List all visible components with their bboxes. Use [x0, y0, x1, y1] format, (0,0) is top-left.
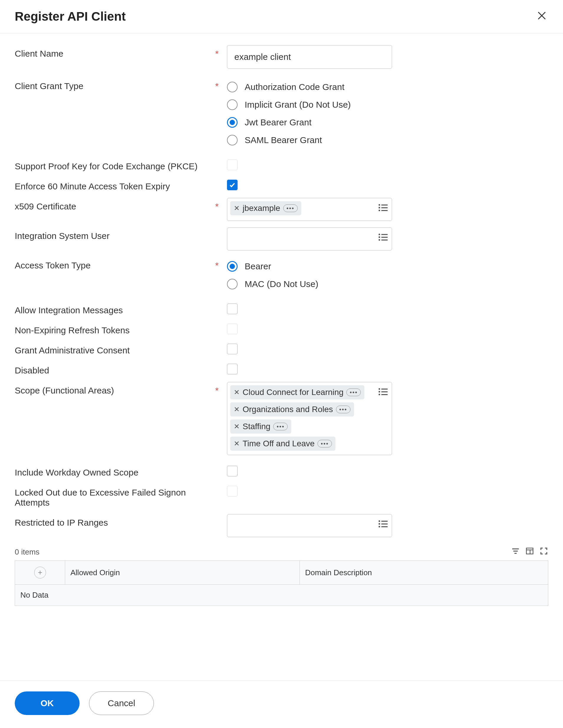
- radio-mac[interactable]: [227, 279, 238, 289]
- scope-functional-areas-input[interactable]: ✕ Cloud Connect for Learning ••• ✕ Organ…: [227, 382, 392, 455]
- chip-label: Cloud Connect for Learning: [243, 388, 343, 397]
- svg-rect-13: [381, 240, 388, 240]
- column-header-domain-description[interactable]: Domain Description: [299, 561, 548, 585]
- x509-certificate-input[interactable]: ✕ jbexample •••: [227, 198, 392, 221]
- no-data-cell: No Data: [15, 585, 548, 606]
- checkbox-include-workday[interactable]: [227, 466, 238, 476]
- checkbox-enforce-60[interactable]: [227, 180, 238, 190]
- chip-more-icon[interactable]: •••: [283, 204, 298, 212]
- remove-chip-icon[interactable]: ✕: [234, 205, 240, 212]
- list-prompt-icon[interactable]: [378, 233, 388, 243]
- ok-button[interactable]: OK: [15, 691, 80, 715]
- list-prompt-icon[interactable]: [378, 520, 388, 530]
- table-no-data-row: No Data: [15, 585, 548, 606]
- cancel-button[interactable]: Cancel: [89, 691, 154, 715]
- list-prompt-icon[interactable]: [378, 204, 388, 214]
- label-client-name: Client Name: [15, 45, 215, 59]
- chip-label: Time Off and Leave: [243, 439, 314, 448]
- radio-implicit-grant[interactable]: [227, 99, 238, 110]
- fullscreen-icon[interactable]: [539, 547, 548, 558]
- page-title: Register API Client: [15, 9, 126, 24]
- checkbox-grant-admin[interactable]: [227, 344, 238, 354]
- radio-label-mac: MAC (Do Not Use): [245, 279, 318, 289]
- label-restricted-ip: Restricted to IP Ranges: [15, 514, 215, 528]
- chip-label: jbexample: [243, 204, 280, 213]
- svg-point-4: [378, 207, 380, 208]
- remove-chip-icon[interactable]: ✕: [234, 440, 240, 447]
- svg-rect-27: [513, 551, 518, 552]
- list-prompt-icon[interactable]: [378, 388, 388, 398]
- remove-chip-icon[interactable]: ✕: [234, 389, 240, 396]
- chip-label: Organizations and Roles: [243, 405, 333, 414]
- integration-system-user-input[interactable]: [227, 227, 392, 250]
- svg-rect-15: [381, 388, 388, 389]
- label-grant-admin: Grant Administrative Consent: [15, 342, 215, 355]
- radio-label-implicit: Implicit Grant (Do Not Use): [245, 100, 351, 110]
- radio-jwt-bearer-grant[interactable]: [227, 117, 238, 128]
- radio-label-bearer: Bearer: [245, 261, 271, 271]
- svg-point-20: [378, 520, 380, 522]
- chip-more-icon[interactable]: •••: [273, 423, 288, 430]
- svg-point-18: [378, 394, 380, 395]
- dialog-header: Register API Client: [0, 0, 563, 33]
- chip-label: Staffing: [243, 422, 270, 431]
- add-row-button[interactable]: [34, 567, 46, 578]
- column-header-allowed-origin[interactable]: Allowed Origin: [65, 561, 300, 585]
- svg-rect-23: [381, 524, 388, 524]
- svg-rect-11: [381, 237, 388, 238]
- required-indicator: *: [215, 45, 227, 59]
- checkbox-disabled[interactable]: [227, 364, 238, 374]
- radio-label-jwt: Jwt Bearer Grant: [245, 117, 311, 127]
- label-x509: x509 Certificate: [15, 198, 215, 211]
- chip-scope-staffing: ✕ Staffing •••: [230, 419, 291, 434]
- label-scope: Scope (Functional Areas): [15, 382, 215, 396]
- svg-rect-17: [381, 391, 388, 392]
- label-locked-out: Locked Out due to Excessive Failed Signo…: [15, 484, 215, 508]
- filter-icon[interactable]: [511, 547, 520, 558]
- svg-point-24: [378, 526, 380, 527]
- restricted-ip-ranges-input[interactable]: [227, 514, 392, 537]
- chip-more-icon[interactable]: •••: [317, 440, 332, 447]
- remove-chip-icon[interactable]: ✕: [234, 423, 240, 430]
- chip-scope-orgs-roles: ✕ Organizations and Roles •••: [230, 402, 354, 417]
- allowed-origins-table: Allowed Origin Domain Description No Dat…: [15, 560, 548, 606]
- radio-label-auth-code: Authorization Code Grant: [245, 82, 344, 92]
- radio-label-saml: SAML Bearer Grant: [245, 135, 322, 145]
- svg-point-10: [378, 236, 380, 238]
- columns-icon[interactable]: [525, 547, 534, 558]
- required-indicator: *: [215, 78, 227, 91]
- svg-rect-5: [381, 207, 388, 208]
- radio-saml-bearer-grant[interactable]: [227, 135, 238, 145]
- svg-rect-28: [514, 553, 517, 554]
- label-access-token-type: Access Token Type: [15, 257, 215, 270]
- chip-more-icon[interactable]: •••: [346, 388, 361, 396]
- svg-point-2: [378, 204, 380, 206]
- radio-bearer[interactable]: [227, 261, 238, 272]
- label-allow-integration: Allow Integration Messages: [15, 302, 215, 315]
- chip-scope-cloud-connect: ✕ Cloud Connect for Learning •••: [230, 385, 364, 399]
- svg-rect-21: [381, 521, 388, 522]
- svg-point-12: [378, 239, 380, 241]
- chip-x509-jbexample: ✕ jbexample •••: [230, 201, 301, 215]
- svg-rect-19: [381, 394, 388, 395]
- label-pkce: Support Proof Key for Code Exchange (PKC…: [15, 158, 215, 171]
- remove-chip-icon[interactable]: ✕: [234, 406, 240, 413]
- label-include-workday: Include Workday Owned Scope: [15, 464, 215, 478]
- required-indicator: *: [215, 198, 227, 211]
- checkbox-allow-integration[interactable]: [227, 304, 238, 314]
- svg-point-8: [378, 234, 380, 235]
- checkbox-non-expiring: [227, 324, 238, 334]
- client-name-input[interactable]: [227, 45, 392, 69]
- svg-rect-3: [381, 204, 388, 205]
- radio-auth-code-grant[interactable]: [227, 82, 238, 92]
- table-header-row: Allowed Origin Domain Description: [15, 561, 548, 585]
- close-button[interactable]: [535, 9, 548, 24]
- label-isu: Integration System User: [15, 227, 215, 241]
- dialog-footer: OK Cancel: [0, 681, 563, 728]
- svg-rect-25: [381, 526, 388, 527]
- required-indicator: *: [215, 257, 227, 270]
- chip-more-icon[interactable]: •••: [336, 406, 350, 413]
- svg-rect-7: [381, 210, 388, 211]
- label-non-expiring: Non-Expiring Refresh Tokens: [15, 322, 215, 335]
- svg-rect-26: [512, 548, 519, 549]
